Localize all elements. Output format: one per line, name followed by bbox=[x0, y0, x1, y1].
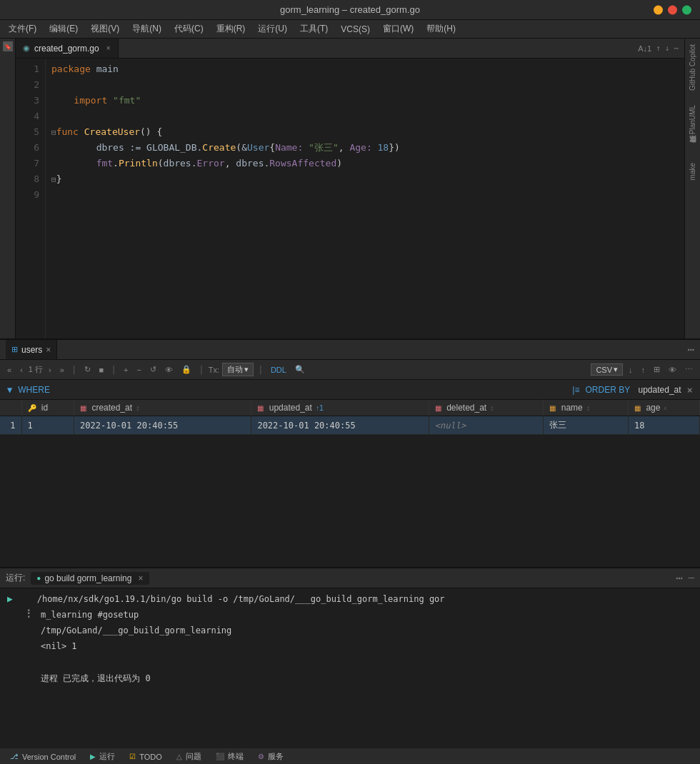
menu-tools[interactable]: 工具(T) bbox=[294, 21, 334, 36]
filter-close-btn[interactable]: × bbox=[687, 384, 693, 396]
db-more[interactable]: ⋯ bbox=[682, 363, 696, 376]
menu-file[interactable]: 文件(F) bbox=[3, 21, 42, 36]
editor-tab-close[interactable]: × bbox=[106, 44, 111, 52]
db-lock[interactable]: 🔒 bbox=[179, 363, 194, 376]
menu-vcs[interactable]: VCS(S) bbox=[335, 23, 376, 36]
filter-where-tag[interactable]: WHERE bbox=[18, 385, 50, 395]
editor-area: 🔖 ◉ created_gorm.go × A↓1 ↑ ↓ ⋯ 1 2 3 4 bbox=[0, 39, 700, 338]
db-add[interactable]: + bbox=[121, 364, 131, 376]
bottom-tabs-bar: ⎇ Version Control ▶ 运行 ☑ TODO △ 问题 ⬛ 终端 … bbox=[0, 748, 700, 764]
db-sep2: | bbox=[111, 364, 116, 375]
terminal-side-icons: ⋮ bbox=[22, 608, 35, 618]
terminal-tab-go-build[interactable]: ● go build gorm_learning × bbox=[31, 572, 149, 585]
menu-run[interactable]: 运行(U) bbox=[252, 21, 293, 36]
db-grid[interactable]: ⊞ bbox=[651, 363, 663, 376]
terminal-line-2: /tmp/GoLand/___go_build_gorm_learning bbox=[7, 624, 693, 637]
menu-refactor[interactable]: 重构(R) bbox=[211, 21, 251, 36]
minimize-button[interactable] bbox=[654, 5, 663, 14]
db-view[interactable]: 👁 bbox=[666, 364, 679, 376]
db-remove[interactable]: − bbox=[134, 364, 144, 376]
db-nav-first[interactable]: « bbox=[4, 364, 14, 376]
close-button[interactable] bbox=[668, 5, 677, 14]
cal-icon-2: ▦ bbox=[257, 404, 264, 412]
col-created-at[interactable]: ▦ created_at ↕ bbox=[74, 400, 251, 416]
db-sep4: | bbox=[258, 364, 264, 375]
db-upload[interactable]: ↑ bbox=[639, 364, 649, 376]
terminal-nil: <nil> 1 bbox=[41, 640, 77, 653]
run-icon: ▶ bbox=[90, 753, 96, 760]
db-tab-label: users bbox=[21, 345, 42, 355]
db-stop[interactable]: ■ bbox=[96, 364, 107, 376]
db-tx-dropdown[interactable]: 自动▾ bbox=[222, 363, 254, 376]
terminal-content: ▶ /home/nx/sdk/go1.19.1/bin/go build -o … bbox=[0, 588, 700, 748]
cal-icon-3: ▦ bbox=[435, 404, 441, 412]
code-editor[interactable]: 1 2 3 4 5 6 7 8 9 package main import "f… bbox=[16, 59, 684, 338]
sort-icon-1: ↕ bbox=[136, 404, 139, 412]
db-nav-prev[interactable]: ‹ bbox=[17, 364, 26, 376]
table-row[interactable]: 1 1 2022-10-01 20:40:55 2022-10-01 20:40… bbox=[0, 416, 700, 435]
db-search[interactable]: 🔍 bbox=[292, 363, 308, 376]
menu-bar: 文件(F) 编辑(E) 视图(V) 导航(N) 代码(C) 重构(R) 运行(U… bbox=[0, 20, 700, 39]
terminal-more-icon[interactable]: ⋯ bbox=[676, 571, 683, 585]
db-panel: ⊞ users × ⋯ « ‹ 1 行 › » | ↻ ■ | + − ↺ 👁 … bbox=[0, 338, 700, 567]
right-sidebar-github-copilot[interactable]: GitHub Copilot bbox=[689, 44, 696, 91]
cell-created-at: 2022-10-01 20:40:55 bbox=[74, 416, 251, 435]
window-title: gorm_learning – created_gorm.go bbox=[280, 4, 420, 15]
col-icon-name: ▦ bbox=[549, 404, 556, 412]
filter-funnel-icon: ▼ bbox=[7, 385, 12, 395]
col-deleted-at[interactable]: ▦ deleted_at ↕ bbox=[429, 400, 544, 416]
todo-icon: ☑ bbox=[129, 753, 136, 760]
menu-view[interactable]: 视图(V) bbox=[85, 21, 125, 36]
code-line-7: fmt.Println(dbres.Error, dbres.RowsAffec… bbox=[51, 156, 679, 171]
terminal-line-blank bbox=[7, 655, 693, 666]
col-id[interactable]: 🔑 id bbox=[21, 400, 74, 416]
scroll-down-icon[interactable]: ↓ bbox=[665, 44, 670, 53]
bottom-tab-todo[interactable]: ☑ TODO bbox=[122, 748, 169, 764]
bottom-tab-services[interactable]: ⚙ 服务 bbox=[251, 748, 291, 764]
problems-label: 问题 bbox=[186, 751, 201, 762]
bottom-tab-terminal[interactable]: ⬛ 终端 bbox=[209, 748, 251, 764]
db-revert[interactable]: ↺ bbox=[147, 363, 159, 376]
db-refresh[interactable]: ↻ bbox=[81, 363, 94, 376]
services-label: 服务 bbox=[268, 751, 284, 762]
db-table-container: 🔑 id ▦ created_at ↕ ▦ updated_at ↑1 ▦ bbox=[0, 400, 700, 567]
tab-more-icon[interactable]: ⋯ bbox=[674, 44, 679, 53]
menu-help[interactable]: 帮助(H) bbox=[421, 21, 461, 36]
db-tab-more-icon[interactable]: ⋯ bbox=[687, 343, 694, 356]
db-ddl[interactable]: DDL bbox=[268, 364, 289, 376]
col-name[interactable]: ▦ name ↕ bbox=[544, 400, 629, 416]
menu-window[interactable]: 窗口(W) bbox=[377, 21, 419, 36]
term-bullet-icon: ⋮ bbox=[24, 608, 34, 618]
editor-tab-created-gorm[interactable]: ◉ created_gorm.go × bbox=[16, 39, 119, 58]
col-updated-at[interactable]: ▦ updated_at ↑1 bbox=[251, 400, 429, 416]
menu-nav[interactable]: 导航(N) bbox=[126, 21, 167, 36]
terminal-actions: ⋯ — bbox=[676, 571, 694, 585]
editor-container: ◉ created_gorm.go × A↓1 ↑ ↓ ⋯ 1 2 3 4 5 … bbox=[16, 39, 684, 338]
right-sidebar-planuml[interactable]: PlanUML bbox=[689, 105, 696, 134]
db-download[interactable]: ↓ bbox=[626, 364, 636, 376]
menu-edit[interactable]: 编辑(E) bbox=[44, 21, 84, 36]
db-nav-last[interactable]: » bbox=[57, 364, 67, 376]
filter-order-icon: |≡ bbox=[572, 385, 579, 395]
code-line-1: package main bbox=[51, 61, 679, 77]
col-age-label: age bbox=[646, 403, 660, 413]
menu-code[interactable]: 代码(C) bbox=[169, 21, 209, 36]
db-csv-btn[interactable]: CSV▾ bbox=[591, 363, 623, 376]
right-sidebar-make[interactable]: make bbox=[689, 163, 696, 180]
scroll-up-icon[interactable]: ↑ bbox=[656, 44, 661, 53]
maximize-button[interactable] bbox=[682, 5, 691, 14]
terminal-tab-close[interactable]: × bbox=[138, 573, 143, 583]
terminal-minimize-icon[interactable]: — bbox=[689, 571, 694, 585]
db-eye[interactable]: 👁 bbox=[162, 364, 176, 376]
db-tab-close[interactable]: × bbox=[46, 345, 51, 355]
cell-age: 18 bbox=[629, 416, 700, 435]
filter-order-tag[interactable]: ORDER BY updated_at bbox=[585, 385, 681, 395]
db-tab-users[interactable]: ⊞ users × bbox=[6, 340, 57, 359]
bottom-tab-run[interactable]: ▶ 运行 bbox=[83, 748, 122, 764]
vc-label: Version Control bbox=[22, 753, 76, 761]
bottom-tab-vc[interactable]: ⎇ Version Control bbox=[3, 748, 83, 764]
code-content[interactable]: package main import "fmt" ⊟func CreateUs… bbox=[46, 59, 684, 338]
col-age[interactable]: ▦ age ‹ bbox=[629, 400, 700, 416]
db-nav-next[interactable]: › bbox=[46, 364, 54, 376]
bottom-tab-problems[interactable]: △ 问题 bbox=[169, 748, 209, 764]
